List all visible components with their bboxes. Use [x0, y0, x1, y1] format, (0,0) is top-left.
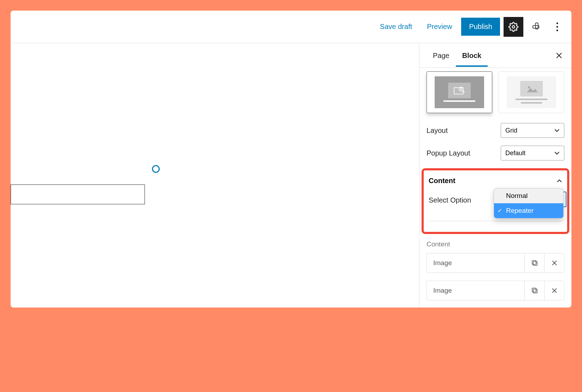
block-settings-panel: Layout Grid Popup Layout Default	[419, 68, 571, 308]
image-placeholder-icon	[525, 84, 537, 93]
style-thumbnail-lightbox[interactable]	[427, 71, 492, 113]
tab-block[interactable]: Block	[456, 44, 488, 67]
section-divider	[429, 221, 562, 221]
content-list-label: Content	[427, 240, 564, 248]
svg-point-13	[528, 86, 530, 88]
content-section-highlight: Content Select Option Normal	[422, 168, 569, 234]
gear-icon	[508, 22, 518, 32]
svg-point-0	[512, 25, 515, 28]
close-icon	[552, 288, 557, 293]
svg-point-3	[557, 22, 558, 24]
copy-icon	[531, 287, 538, 294]
close-icon	[556, 52, 562, 59]
layout-select[interactable]: Grid	[501, 123, 564, 138]
select-option-label: Select Option	[429, 196, 471, 204]
style-thumbnail-plain[interactable]	[499, 71, 564, 113]
dropdown-option-normal[interactable]: Normal	[494, 188, 563, 203]
repeater-item-label[interactable]: Image	[427, 253, 524, 273]
layout-select-value: Grid	[505, 127, 517, 134]
sidebar-tabs: Page Block	[419, 43, 571, 68]
content-section-header[interactable]: Content	[429, 177, 562, 185]
popup-layout-select[interactable]: Default	[501, 146, 564, 160]
layout-field-row: Layout Grid	[427, 123, 564, 138]
dropdown-option-repeater[interactable]: ✓ Repeater	[494, 203, 563, 218]
copy-icon	[531, 259, 538, 267]
editor-body: Page Block	[11, 43, 571, 308]
close-icon	[552, 260, 557, 266]
svg-rect-15	[533, 262, 537, 265]
repeater-item: Image	[427, 253, 564, 273]
repeater-item-label[interactable]: Image	[427, 281, 524, 300]
editor-canvas[interactable]	[11, 43, 419, 308]
save-draft-button[interactable]: Save draft	[374, 19, 418, 34]
plugin-icon	[531, 22, 542, 32]
plugin-panel-button[interactable]	[527, 17, 547, 37]
layout-label: Layout	[427, 127, 448, 135]
image-zoom-icon	[453, 86, 465, 95]
svg-point-5	[557, 29, 558, 31]
dropdown-option-label: Repeater	[506, 207, 534, 214]
tab-page[interactable]: Page	[427, 44, 456, 67]
more-vertical-icon	[556, 22, 558, 31]
svg-rect-19	[533, 289, 537, 293]
style-thumbnails-row	[427, 71, 564, 113]
content-section-title: Content	[429, 177, 455, 185]
repeater-remove-button[interactable]	[544, 281, 564, 300]
publish-button[interactable]: Publish	[461, 18, 500, 36]
select-option-dropdown: Normal ✓ Repeater	[494, 188, 564, 218]
content-section-toggle[interactable]	[557, 179, 562, 183]
repeater-item: Image	[427, 281, 564, 300]
empty-block-placeholder[interactable]	[11, 185, 145, 204]
svg-rect-16	[532, 261, 536, 264]
chevron-up-icon	[557, 179, 562, 183]
svg-point-4	[557, 26, 558, 28]
popup-layout-select-value: Default	[505, 150, 525, 157]
repeater-duplicate-button[interactable]	[524, 281, 544, 300]
loading-spinner-icon	[152, 165, 160, 173]
popup-layout-label: Popup Layout	[427, 149, 470, 157]
settings-button[interactable]	[504, 17, 523, 37]
check-icon: ✓	[498, 207, 502, 214]
chevron-down-icon	[554, 129, 560, 132]
repeater-duplicate-button[interactable]	[524, 253, 544, 273]
settings-sidebar: Page Block	[419, 43, 571, 308]
chevron-down-icon	[554, 151, 560, 155]
top-toolbar: Save draft Preview Publish	[11, 11, 571, 43]
close-sidebar-button[interactable]	[554, 50, 564, 61]
editor-window: Save draft Preview Publish Page Block	[11, 11, 571, 308]
popup-layout-field-row: Popup Layout Default	[427, 146, 564, 160]
repeater-remove-button[interactable]	[544, 253, 564, 273]
more-options-button[interactable]	[550, 17, 564, 37]
preview-button[interactable]: Preview	[421, 19, 458, 34]
dropdown-option-label: Normal	[506, 192, 528, 199]
svg-rect-20	[532, 288, 536, 292]
svg-marker-14	[527, 88, 537, 92]
